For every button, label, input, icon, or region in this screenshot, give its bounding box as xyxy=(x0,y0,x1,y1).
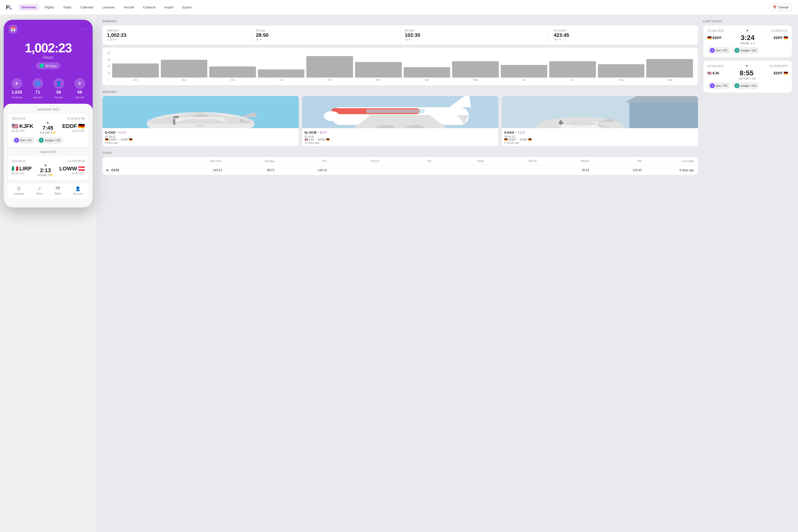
types-header: Total Time #F/Ldgs PIC PICUS SIC DUAL IN… xyxy=(102,157,698,165)
chart-wrapper: 80 60 40 20 0 OctNovDecJanFebMarAprMayJu… xyxy=(102,48,698,86)
badge-check-icon: ✓ xyxy=(40,63,44,68)
lf-crew-1: D Doe • PIC Z Zwager • SIC xyxy=(707,47,788,54)
aircraft-card-2: EL-DCW • B737 87:21:8 🇺🇸 KJK → xyxy=(302,96,498,147)
duration-1: 7:45 xyxy=(40,125,56,131)
overall-button[interactable]: 📅 Overall xyxy=(769,4,792,11)
flight-center-2: ✈ 2:13 VISUAL·3⭐ xyxy=(38,164,53,177)
type-fldgs: 66/73 xyxy=(222,168,274,172)
tab-maps[interactable]: 🗺 Maps xyxy=(54,186,61,195)
lf-date-1: 22 Sept 2023 xyxy=(707,29,723,32)
summary-section: SUMMARY Total time 1,002:23 1,029 ✈ 28 d… xyxy=(102,20,698,86)
bar-chart: OctNovDecJanFebMarAprMayJunJulAugSept xyxy=(112,52,693,81)
lf-crew-zwager-2: Z Zwager • SIC xyxy=(732,82,759,89)
phone-total-time: 1,002:23 xyxy=(8,40,88,55)
lf-reg-1: G-CHZI·C172 xyxy=(771,29,788,32)
bar-fill-Feb xyxy=(306,56,353,78)
bar-fill-Jul xyxy=(549,61,596,78)
lf-date-2: 18 Sept 2023 xyxy=(707,64,723,68)
stat-landings: ✈ 1,029 Landings xyxy=(11,78,22,99)
flight-center-1: ✈ 7:45 ILS CAT·1⭐ xyxy=(40,121,56,134)
flag-from-2: 🇮🇹 xyxy=(12,166,18,172)
to-time-2: 10:37 UTC xyxy=(59,172,85,175)
nav-licences[interactable]: Licences xyxy=(99,4,118,11)
landings-number: 1,029 xyxy=(11,90,22,95)
bar-Jul: Jul xyxy=(549,61,596,81)
mobile-panel: 📅 ··· 1,002:23 Hours ✓ 90 days ✈ 1,029 L… xyxy=(0,15,96,532)
bar-label-Jul: Jul xyxy=(571,78,574,81)
aircraft-title: AIRCRAFT xyxy=(102,90,698,93)
nav-contacts[interactable]: Contacts xyxy=(139,4,159,11)
bar-fill-Aug xyxy=(598,64,645,78)
tab-pilots[interactable]: ↗ Pilots xyxy=(36,186,42,195)
flight-date-2: 2023-08-31 xyxy=(12,159,25,163)
lf-to-2: EDFF 🇩🇪 xyxy=(774,71,788,75)
airports-number: 71 xyxy=(35,90,40,95)
nav-export[interactable]: Export xyxy=(179,4,195,11)
from-time-2: 08:24 UTC xyxy=(12,172,32,175)
chart-inner: 80 60 40 20 0 OctNovDecJanFebMarAprMayJu… xyxy=(108,52,693,83)
phone-shell: 📅 ··· 1,002:23 Hours ✓ 90 days ✈ 1,029 L… xyxy=(4,20,93,207)
phone-days-badge: ✓ 90 days xyxy=(36,62,60,69)
bar-Mar: Mar xyxy=(355,62,402,81)
to-airport-2: LOWW xyxy=(59,166,77,172)
from-time-1: 06:00 UTC xyxy=(12,129,33,132)
nav-calendar[interactable]: Calendar xyxy=(77,4,97,11)
bar-Nov: Nov xyxy=(161,60,208,81)
aircraft-label: Aircraft xyxy=(75,96,84,99)
12m-label: 12 months xyxy=(554,29,694,32)
lf-condition-2: ILS CAT | ·1☀ xyxy=(707,77,788,80)
type-total: 143:13 xyxy=(170,168,222,172)
phone-menu-dots[interactable]: ··· xyxy=(82,27,88,32)
summary-total: Total time 1,002:23 1,029 ✈ xyxy=(102,25,251,45)
bar-fill-May xyxy=(452,61,499,78)
bar-May: May xyxy=(452,61,499,81)
summary-title: SUMMARY xyxy=(102,20,698,23)
lf-duration-1: 3:24 xyxy=(741,34,755,42)
bar-label-Aug: Aug xyxy=(619,78,623,81)
lf-doe-avatar-2: D xyxy=(710,83,715,88)
aircraft-info-1: G-CHZI • C172 32:28:31 🇩🇪 EDDF → xyxy=(102,128,299,146)
lf-main-2: 🇺🇸 KJK 8:55 EDFF 🇩🇪 xyxy=(707,69,788,77)
lf-header-2: 18 Sept 2023 ✈ EL-DCW·B737 xyxy=(707,64,788,68)
lf-card-2: 18 Sept 2023 ✈ EL-DCW·B737 🇺🇸 KJK 8:55 E… xyxy=(703,60,792,93)
total-label: Total time xyxy=(107,29,247,32)
flight-month-aug: August 2023 xyxy=(8,150,89,154)
bar-fill-Oct xyxy=(112,63,159,78)
nav-import[interactable]: Import xyxy=(161,4,177,11)
flight-middle-2: 🇮🇹 LIRP 08:24 UTC ✈ 2:13 VISUAL·3⭐ xyxy=(12,164,85,177)
reg-3: G-DAG xyxy=(504,131,514,134)
bar-label-Sept: Sept xyxy=(667,78,672,81)
th-name xyxy=(107,159,170,163)
chart-bars-container: OctNovDecJanFebMarAprMayJunJulAugSept xyxy=(112,52,693,83)
lf-crew-zwager-1: Z Zwager • SIC xyxy=(732,47,759,54)
flight-card-2: 2023-08-31 EI-DYD·B738 🇮🇹 LIRP 08:24 UTC xyxy=(8,156,89,180)
nav-totals[interactable]: Totals xyxy=(59,4,75,11)
nav-overview[interactable]: Overview xyxy=(18,4,39,11)
airports-label: Airports xyxy=(33,96,42,99)
cessna-svg-1 xyxy=(102,96,299,128)
bar-fill-Dec xyxy=(209,66,256,78)
stat-airports: 🌐 71 Airports xyxy=(32,78,43,99)
main-layout: 📅 ··· 1,002:23 Hours ✓ 90 days ✈ 1,029 L… xyxy=(0,15,798,532)
nav-aircraft[interactable]: Aircraft xyxy=(120,4,137,11)
phone-badge-label: 90 days xyxy=(45,64,57,68)
tab-account[interactable]: 👤 Account xyxy=(73,186,83,195)
lf-crew-doe-2: D Doe • PIC xyxy=(707,82,730,89)
nav-flights[interactable]: Flights xyxy=(41,4,58,11)
flight-to-1: EDDF 🇩🇪 13:45 UTC xyxy=(62,123,85,132)
aircraft-img-1 xyxy=(102,96,299,128)
lf-to-1: EDFF 🇩🇪 xyxy=(774,36,788,40)
bar-fill-Mar xyxy=(355,62,402,78)
90d-value: 102:30 xyxy=(405,32,545,38)
bar-fill-Jan xyxy=(258,70,305,78)
tab-logbook[interactable]: ☰ Logbook xyxy=(14,186,24,195)
stat-people: 👤 56 People xyxy=(53,78,64,99)
from-airport-2: LIRP xyxy=(19,166,32,172)
90d-label: 90 days xyxy=(405,29,545,32)
bar-label-Nov: Nov xyxy=(182,78,186,81)
lf-zwager-avatar-2: Z xyxy=(735,83,739,88)
top-nav: FL Overview Flights Totals Calendar Lice… xyxy=(0,0,798,15)
flight-reg-1: EI-DCW B738 xyxy=(68,117,85,120)
ago-2: 12 days ago xyxy=(305,141,496,144)
lf-doe-avatar: D xyxy=(710,48,715,53)
